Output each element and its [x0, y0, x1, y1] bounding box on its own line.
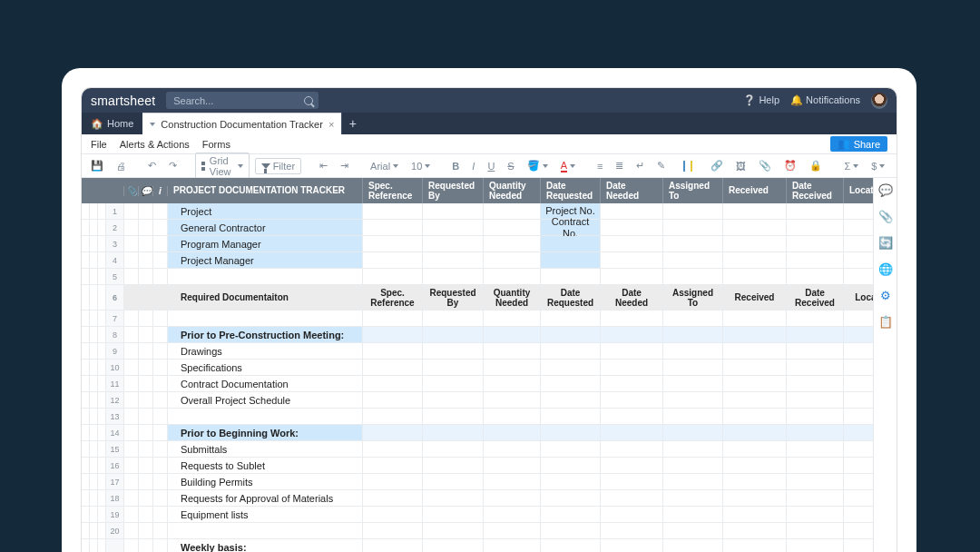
info-col-icon[interactable]: i [153, 186, 168, 196]
table-row[interactable]: 10Specifications [82, 360, 873, 376]
font-size[interactable]: 10 [407, 159, 434, 173]
col-spec[interactable]: Spec. Reference [363, 178, 423, 203]
redo-icon[interactable]: ↷ [165, 158, 181, 173]
currency-icon[interactable]: $ [867, 159, 888, 173]
avatar[interactable] [871, 93, 887, 109]
sheet-area: 📎 💬 i PROJECT DOCUMENTATION TRACKER Spec… [82, 178, 897, 552]
table-row[interactable]: 19Equipment lists [82, 507, 873, 523]
home-tab[interactable]: 🏠 Home [82, 113, 142, 134]
summary-rail-icon[interactable]: 📋 [878, 315, 893, 329]
brand-logo: smartsheet [91, 94, 155, 108]
attachments-rail-icon[interactable]: 📎 [878, 210, 893, 223]
view-switcher[interactable]: Grid View [195, 153, 250, 180]
reminder-icon[interactable]: ⏰ [780, 158, 800, 173]
table-row[interactable]: 11Contract Documentation [82, 376, 873, 392]
sum-icon[interactable]: Σ [840, 159, 862, 173]
undo-icon[interactable]: ↶ [144, 158, 160, 173]
add-tab-button[interactable]: + [341, 113, 363, 134]
underline-icon[interactable]: U [484, 159, 498, 173]
highlight-blue[interactable] [683, 161, 685, 172]
sheet-grid[interactable]: 📎 💬 i PROJECT DOCUMENTATION TRACKER Spec… [82, 178, 873, 552]
publish-rail-icon[interactable]: 🌐 [878, 262, 893, 276]
active-tab[interactable]: Construction Documentation Tracker × [142, 113, 341, 134]
col-assign[interactable]: Assigned To [663, 178, 723, 203]
filter-button[interactable]: Filter [255, 158, 301, 174]
table-row[interactable]: 15Submittals [82, 441, 873, 458]
share-button[interactable]: 👥 Share [830, 136, 887, 152]
indent-out-icon[interactable]: ⇤ [316, 158, 331, 173]
discussion-col-icon[interactable]: 💬 [139, 186, 153, 196]
device-frame: smartsheet ❔ Help 🔔 Notifications 🏠 Home… [62, 68, 916, 552]
link-icon[interactable]: 🔗 [707, 158, 727, 173]
col-recv[interactable]: Received [723, 178, 787, 203]
col-dreq[interactable]: Date Requested [541, 178, 601, 203]
chevron-down-icon [238, 164, 243, 168]
table-row[interactable]: 3 Program Manager [82, 236, 873, 252]
indent-in-icon[interactable]: ⇥ [337, 158, 352, 173]
fill-color-icon[interactable]: 🪣 [524, 158, 552, 173]
active-tab-label: Construction Documentation Tracker [161, 119, 323, 130]
grid-icon [201, 162, 207, 171]
wrap-icon[interactable]: ↵ [632, 158, 648, 173]
toolbar: 💾 🖨 ↶ ↷ Grid View Filter ⇤ ⇥ Arial 10 B [82, 154, 897, 178]
people-icon: 👥 [838, 138, 850, 150]
filter-icon [261, 163, 270, 169]
table-row[interactable]: 1 Project Project No. [82, 203, 873, 220]
app-window: smartsheet ❔ Help 🔔 Notifications 🏠 Home… [82, 88, 897, 552]
align-center-icon[interactable]: ≣ [612, 158, 627, 173]
col-qty[interactable]: Quantity Needed [484, 178, 541, 203]
col-dneed[interactable]: Date Needed [601, 178, 663, 203]
align-left-icon[interactable]: ≡ [593, 159, 606, 173]
col-loc[interactable]: Location [844, 178, 873, 203]
col-primary[interactable]: PROJECT DOCUMENTATION TRACKER [168, 178, 363, 203]
search-input[interactable] [173, 95, 311, 106]
home-label: Home [107, 118, 133, 129]
menu-forms[interactable]: Forms [202, 139, 230, 150]
table-subheader[interactable]: 6 Required Documentaiton Spec. Reference… [82, 285, 873, 310]
table-row[interactable]: 5 [82, 269, 873, 285]
image-icon[interactable]: 🖼 [732, 159, 750, 173]
format-icon[interactable]: ✎ [653, 158, 669, 173]
percent-icon[interactable]: % [894, 159, 897, 173]
table-row[interactable]: 13 [82, 409, 873, 425]
table-row[interactable]: 7 [82, 310, 873, 327]
cell-primary[interactable]: Project [168, 203, 363, 219]
tab-menu-icon[interactable] [150, 123, 155, 126]
section-row[interactable]: 14Prior to Beginning Work: [82, 425, 873, 441]
table-row[interactable]: 2 General Contractor Contract No. [82, 220, 873, 236]
help-link[interactable]: ❔ Help [743, 94, 779, 106]
column-header-row: 📎 💬 i PROJECT DOCUMENTATION TRACKER Spec… [82, 178, 873, 203]
table-row[interactable]: 12Overall Project Schedule [82, 392, 873, 409]
col-reqby[interactable]: Requested By [423, 178, 484, 203]
table-row[interactable]: 4 Project Manager [82, 252, 873, 269]
search-box[interactable] [166, 92, 318, 109]
bold-icon[interactable]: B [448, 159, 463, 173]
col-drecv[interactable]: Date Received [787, 178, 844, 203]
print-icon[interactable]: 🖨 [113, 159, 130, 173]
comments-rail-icon[interactable]: 💬 [878, 183, 893, 197]
table-row[interactable]: 17Building Permits [82, 474, 873, 490]
table-row[interactable]: 20 [82, 523, 873, 539]
table-row[interactable]: 9Drawings [82, 343, 873, 360]
proof-rail-icon[interactable]: 🔄 [878, 236, 893, 250]
font-name[interactable]: Arial [367, 159, 402, 173]
table-row[interactable]: 16Requests to Sublet [82, 458, 873, 474]
top-header: smartsheet ❔ Help 🔔 Notifications [82, 88, 897, 113]
notifications-link[interactable]: 🔔 Notifications [790, 94, 860, 106]
menu-file[interactable]: File [91, 139, 107, 150]
save-icon[interactable]: 💾 [87, 158, 107, 173]
menu-alerts[interactable]: Alerts & Actions [120, 139, 190, 150]
text-color-icon[interactable]: A [557, 158, 579, 174]
search-icon [304, 96, 313, 105]
highlight-yellow[interactable] [691, 161, 692, 172]
strike-icon[interactable]: S [504, 159, 517, 173]
table-row[interactable]: 18Requests for Approval of Materials [82, 490, 873, 507]
attach-col-icon[interactable]: 📎 [124, 186, 139, 196]
italic-icon[interactable]: I [468, 159, 478, 173]
table-row[interactable]: Weekly basis: [82, 539, 873, 552]
activity-rail-icon[interactable]: ⚙ [880, 289, 891, 302]
attach-icon[interactable]: 📎 [755, 158, 775, 173]
close-tab-icon[interactable]: × [328, 119, 334, 130]
section-row[interactable]: 8 Prior to Pre-Construction Meeting: [82, 327, 873, 343]
lock-icon[interactable]: 🔒 [806, 158, 826, 173]
